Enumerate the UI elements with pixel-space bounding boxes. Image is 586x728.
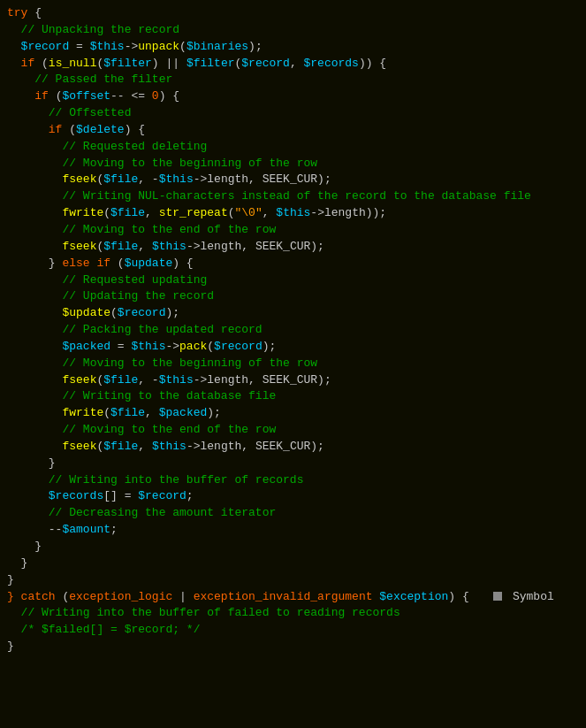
token-plain: , <box>290 57 304 70</box>
token-plain <box>7 289 62 303</box>
token-fn: is_null <box>49 57 97 70</box>
token-plain <box>7 206 62 219</box>
token-plain: ) { <box>125 123 145 136</box>
token-plain <box>7 389 62 402</box>
code-line: } <box>7 572 579 589</box>
token-var: $file <box>103 172 138 186</box>
token-fn: fwrite <box>62 206 103 219</box>
token-var: $file <box>103 373 138 387</box>
code-line: $record = $this->unpack($binaries); <box>7 39 579 56</box>
code-line: // Moving to the end of the row <box>7 422 579 439</box>
token-plain: [] = <box>103 489 138 502</box>
token-plain: } <box>7 640 14 653</box>
token-exc: exception_logic <box>69 590 172 603</box>
token-var: $record <box>118 306 166 319</box>
code-line: // Moving to the end of the row <box>7 222 579 239</box>
code-line: // Passed the filter <box>7 72 579 88</box>
token-fn: fseek <box>62 240 96 253</box>
token-plain: } <box>7 556 27 570</box>
token-plain: | <box>172 590 193 603</box>
token-plain: -- <box>7 523 62 536</box>
token-plain <box>7 157 62 170</box>
token-plain: ; <box>186 489 194 502</box>
token-plain <box>7 323 62 336</box>
token-plain: } <box>7 573 14 586</box>
code-line: } <box>7 539 579 556</box>
token-plain: ( <box>34 57 49 70</box>
token-plain <box>7 140 62 153</box>
token-plain: = <box>69 40 89 53</box>
code-editor: try { // Unpacking the record $record = … <box>0 0 586 661</box>
token-cm: // Moving to the beginning of the row <box>62 356 317 370</box>
token-var: $records <box>49 489 103 502</box>
token-plain: , <box>145 406 159 419</box>
code-line: if (is_null($filter) || $filter($record,… <box>7 56 579 73</box>
token-plain <box>7 106 49 119</box>
token-fn: $update <box>62 306 110 319</box>
token-plain: ( <box>103 406 110 419</box>
token-var: $this <box>131 340 165 353</box>
code-line: fseek($file, -$this->length, SEEK_CUR); <box>7 172 579 188</box>
token-plain: ); <box>207 406 221 419</box>
code-line: fseek($file, $this->length, SEEK_CUR); <box>7 239 579 256</box>
token-plain: ( <box>110 306 118 319</box>
token-plain: , <box>263 206 277 219</box>
code-line: } catch (exception_logic | exception_inv… <box>7 589 579 606</box>
token-kw: if <box>34 89 49 103</box>
token-var: $file <box>103 240 138 253</box>
token-plain: ( <box>110 257 125 270</box>
token-fn: pack <box>179 340 207 353</box>
token-kw: } catch <box>7 590 56 603</box>
code-line: $records[] = $record; <box>7 488 579 505</box>
code-line: /* $failed[] = $record; */ <box>7 622 579 639</box>
token-plain <box>7 506 49 519</box>
token-plain <box>7 73 34 86</box>
symbol-icon <box>493 592 502 601</box>
code-line: --$amount; <box>7 522 579 539</box>
token-cm: // Packing the updated record <box>62 323 262 336</box>
token-var: $file <box>110 406 145 419</box>
token-var: $record <box>21 40 70 53</box>
token-st: "\0" <box>235 206 263 219</box>
token-plain: ) { <box>159 89 179 103</box>
token-plain <box>7 440 62 453</box>
token-plain: ); <box>248 40 263 53</box>
code-line: fseek($file, $this->length, SEEK_CUR); <box>7 439 579 456</box>
token-exc: exception_invalid_argument <box>194 590 373 603</box>
token-plain: -> <box>194 172 208 186</box>
token-fn: unpack <box>138 40 179 53</box>
token-plain: ->length, SEEK_CUR); <box>194 373 331 387</box>
token-var: $filter <box>186 57 235 70</box>
code-line: // Writing into the buffer of failed to … <box>7 605 579 622</box>
code-line: } <box>7 639 579 655</box>
token-plain: ( <box>56 590 70 603</box>
token-var: $this <box>159 172 194 186</box>
token-plain <box>7 123 49 136</box>
code-line: if ($offset-- <= 0) { <box>7 88 579 105</box>
code-line: // Offsetted <box>7 105 579 122</box>
token-plain <box>7 356 62 370</box>
token-var: $this <box>90 40 125 53</box>
token-kw: try <box>7 6 27 19</box>
token-var: $record <box>214 340 263 353</box>
token-plain <box>7 373 62 387</box>
code-line: } <box>7 456 579 472</box>
token-plain: -> <box>165 340 179 353</box>
token-cm: // Writing into the buffer of failed to … <box>21 606 400 619</box>
token-var: $this <box>276 206 310 219</box>
code-line: // Requested deleting <box>7 139 579 156</box>
token-fn: fseek <box>62 172 96 186</box>
token-plain <box>7 40 21 53</box>
token-plain <box>7 57 21 70</box>
token-cm: // Requested updating <box>62 273 207 287</box>
token-cm: // Offsetted <box>49 106 132 119</box>
token-plain <box>7 23 21 36</box>
token-plain: ( <box>228 206 235 219</box>
token-var: $offset <box>62 89 110 103</box>
code-line: // Moving to the beginning of the row <box>7 156 579 172</box>
token-var: $filter <box>103 57 152 70</box>
code-line: fwrite($file, str_repeat("\0", $this->le… <box>7 205 579 222</box>
token-plain: ) { <box>448 590 490 603</box>
token-plain: , <box>138 240 152 253</box>
token-cm: // Passed the filter <box>34 73 172 86</box>
